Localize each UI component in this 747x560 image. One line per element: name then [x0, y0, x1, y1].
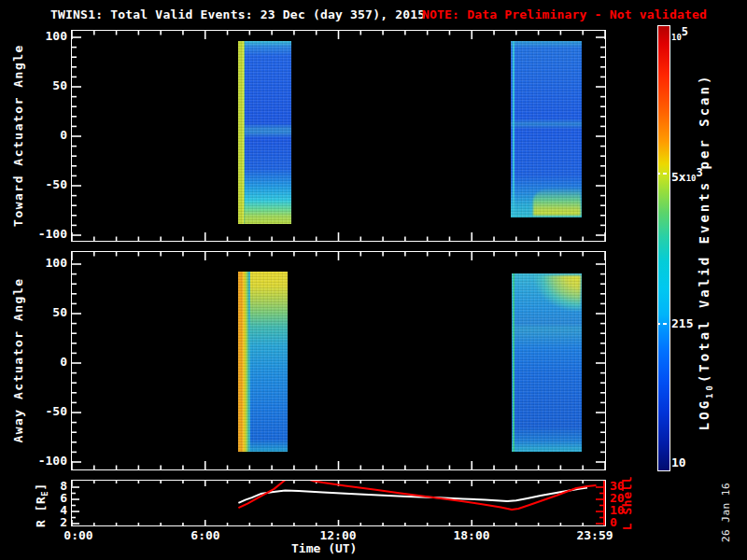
away-ytick-label: -50 [11, 404, 67, 419]
away-spectrogram-panel [71, 251, 606, 470]
colorbar-tick-mark-215 [657, 323, 670, 325]
colorbar-tick-1e5: 105 [671, 25, 688, 43]
xtick-label: 12:00 [308, 528, 368, 543]
toward-axes-ticks [72, 31, 605, 241]
colorbar-tick-215: 215 [671, 316, 693, 330]
toward-ytick-label: 0 [11, 128, 67, 143]
toward-ytick-label: -50 [11, 177, 67, 192]
orbit-panel [71, 480, 606, 526]
orbit-axes-curves [72, 481, 605, 525]
colorbar-axis-label: LOG10(Total Valid Events per Scan) [696, 28, 718, 476]
toward-ytick-label: -100 [11, 227, 67, 242]
away-ytick-label: -100 [11, 454, 67, 469]
xtick-label: 18:00 [442, 528, 501, 543]
toward-ytick-label: 100 [11, 29, 67, 44]
away-ytick-label: 50 [11, 305, 67, 320]
colorbar-tick-10: 10 [671, 455, 686, 469]
x-axis-label: Time (UT) [291, 541, 351, 556]
colorbar-tick-mark-5e3 [657, 173, 670, 175]
away-ytick-label: 100 [11, 256, 67, 271]
xtick-label: 0:00 [49, 528, 108, 543]
plot-figure: TWINS1: Total Valid Events: 23 Dec (day … [0, 0, 747, 560]
creation-datestamp: 26 Jan 16 [718, 475, 735, 550]
colorbar [657, 25, 670, 471]
xtick-label: 23:59 [565, 528, 625, 543]
xtick-label: 6:00 [176, 528, 235, 543]
plot-title: TWINS1: Total Valid Events: 23 Dec (day … [50, 7, 425, 21]
toward-spectrogram-panel [71, 30, 606, 242]
toward-ytick-label: 50 [11, 78, 67, 93]
away-ytick-label: 0 [11, 355, 67, 370]
preliminary-note: NOTE: Data Preliminary - Not validated [422, 7, 707, 21]
away-axes-ticks [72, 252, 605, 469]
